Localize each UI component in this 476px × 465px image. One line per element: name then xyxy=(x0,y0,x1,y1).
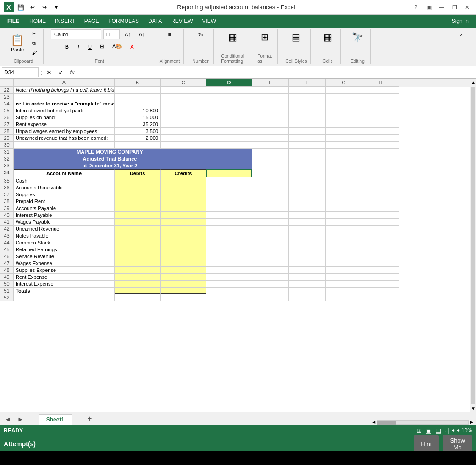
cell-30-f[interactable] xyxy=(289,142,326,149)
cell-43-d[interactable] xyxy=(206,232,252,239)
sign-in-button[interactable]: Sign In xyxy=(446,18,474,24)
cancel-formula-button[interactable]: ✕ xyxy=(44,67,54,78)
cell-27-d[interactable] xyxy=(206,121,252,128)
cell-36-c[interactable] xyxy=(161,184,206,191)
quick-access-button[interactable]: ▾ xyxy=(51,2,61,12)
cell-44-a[interactable]: Common Stock xyxy=(14,239,115,246)
cell-42-a[interactable]: Unearned Revenue xyxy=(14,226,115,232)
cell-43-g[interactable] xyxy=(326,232,362,239)
cell-37-g[interactable] xyxy=(326,191,362,198)
name-box[interactable]: D34 xyxy=(2,67,39,78)
cell-35-f[interactable] xyxy=(289,177,326,184)
cell-38-c[interactable] xyxy=(161,198,206,205)
cell-35-h[interactable] xyxy=(362,177,399,184)
cell-26-h[interactable] xyxy=(362,114,399,121)
cell-24-h[interactable] xyxy=(362,100,399,107)
cell-39-e[interactable] xyxy=(252,205,289,212)
cell-31-d[interactable] xyxy=(206,149,252,155)
cell-26-d[interactable] xyxy=(206,114,252,121)
bold-button[interactable]: B xyxy=(62,42,72,52)
cell-51-a[interactable]: Totals xyxy=(14,288,115,294)
cell-33-h[interactable] xyxy=(362,162,399,169)
cells-button[interactable]: ▦ xyxy=(318,29,337,45)
cell-50-d[interactable] xyxy=(206,281,252,288)
cell-22-h[interactable] xyxy=(362,87,399,94)
cell-24-c[interactable] xyxy=(161,100,206,107)
cell-48-h[interactable] xyxy=(362,267,399,274)
help-button[interactable]: ? xyxy=(411,2,421,12)
cell-31-e[interactable] xyxy=(252,149,289,155)
save-button[interactable]: 💾 xyxy=(16,2,26,12)
cell-45-b[interactable] xyxy=(115,246,161,253)
cell-24-f[interactable] xyxy=(289,100,326,107)
menu-page[interactable]: PAGE xyxy=(80,15,104,28)
cell-51-e[interactable] xyxy=(252,288,289,294)
cell-30-h[interactable] xyxy=(362,142,399,149)
cell-40-a[interactable]: Interest Payable xyxy=(14,212,115,219)
cell-29-g[interactable] xyxy=(326,135,362,142)
cell-38-b[interactable] xyxy=(115,198,161,205)
cell-31-g[interactable] xyxy=(326,149,362,155)
cell-33-e[interactable] xyxy=(252,162,289,169)
cell-39-g[interactable] xyxy=(326,205,362,212)
normal-view-button[interactable]: ⊞ xyxy=(416,427,422,434)
scroll-down-button[interactable]: ▼ xyxy=(470,405,476,412)
cell-41-a[interactable]: Wages Payable xyxy=(14,219,115,226)
cell-50-b[interactable] xyxy=(115,281,161,288)
cell-48-f[interactable] xyxy=(289,267,326,274)
cell-45-c[interactable] xyxy=(161,246,206,253)
cell-36-b[interactable] xyxy=(115,184,161,191)
cell-42-g[interactable] xyxy=(326,226,362,232)
col-header-h[interactable]: H xyxy=(362,79,399,87)
scroll-thumb[interactable] xyxy=(471,87,475,404)
cell-41-g[interactable] xyxy=(326,219,362,226)
cell-48-e[interactable] xyxy=(252,267,289,274)
hscroll-thumb[interactable] xyxy=(377,421,396,425)
hscroll-track[interactable] xyxy=(377,420,469,425)
cell-52-g[interactable] xyxy=(326,294,362,301)
cell-32-d[interactable] xyxy=(206,155,252,162)
cell-39-c[interactable] xyxy=(161,205,206,212)
cell-30-g[interactable] xyxy=(326,142,362,149)
cell-44-f[interactable] xyxy=(289,239,326,246)
cell-24-d[interactable] xyxy=(206,100,252,107)
cell-30-a[interactable] xyxy=(14,142,115,149)
cell-32-g[interactable] xyxy=(326,155,362,162)
cell-47-g[interactable] xyxy=(326,260,362,267)
cell-40-h[interactable] xyxy=(362,212,399,219)
cell-45-f[interactable] xyxy=(289,246,326,253)
cell-23-a[interactable] xyxy=(14,94,115,100)
spreadsheet-scroll[interactable]: A B C D E F G H 22 Note: If nothing belo… xyxy=(0,79,470,412)
shrink-font-button[interactable]: A↓ xyxy=(136,29,148,39)
cell-24-g[interactable] xyxy=(326,100,362,107)
cell-49-d[interactable] xyxy=(206,274,252,281)
cell-23-f[interactable] xyxy=(289,94,326,100)
confirm-formula-button[interactable]: ✓ xyxy=(56,67,66,78)
cell-39-b[interactable] xyxy=(115,205,161,212)
collapse-ribbon-button[interactable]: ^ xyxy=(452,31,470,41)
cell-45-a[interactable]: Retained Earnings xyxy=(14,246,115,253)
cell-27-a[interactable]: Rent expense xyxy=(14,121,115,128)
cell-37-f[interactable] xyxy=(289,191,326,198)
cell-44-c[interactable] xyxy=(161,239,206,246)
cell-35-g[interactable] xyxy=(326,177,362,184)
cell-51-d[interactable] xyxy=(206,288,252,294)
cell-26-a[interactable]: Supplies on hand: xyxy=(14,114,115,121)
cell-22-d[interactable] xyxy=(206,87,252,94)
cell-47-a[interactable]: Wages Expense xyxy=(14,260,115,267)
cell-41-e[interactable] xyxy=(252,219,289,226)
col-header-g[interactable]: G xyxy=(326,79,362,87)
cell-28-d[interactable] xyxy=(206,128,252,135)
cell-48-c[interactable] xyxy=(161,267,206,274)
cell-42-e[interactable] xyxy=(252,226,289,232)
menu-review[interactable]: REVIEW xyxy=(166,15,197,28)
cell-28-f[interactable] xyxy=(289,128,326,135)
cell-30-c[interactable] xyxy=(161,142,206,149)
cell-49-b[interactable] xyxy=(115,274,161,281)
cell-27-h[interactable] xyxy=(362,121,399,128)
cell-48-g[interactable] xyxy=(326,267,362,274)
cell-35-d[interactable] xyxy=(206,177,252,184)
cell-42-c[interactable] xyxy=(161,226,206,232)
cell-46-b[interactable] xyxy=(115,253,161,260)
cell-24-e[interactable] xyxy=(252,100,289,107)
